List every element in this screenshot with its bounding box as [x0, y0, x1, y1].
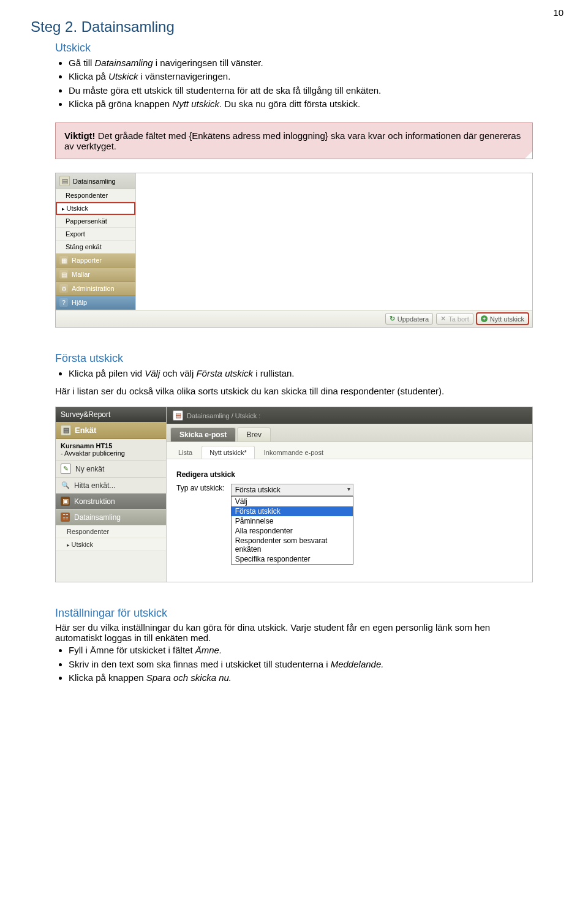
tab-brev[interactable]: Brev: [237, 427, 271, 442]
subtab-lista[interactable]: Lista: [170, 446, 200, 459]
screenshot-datainsamling-nav: ▤ Datainsamling Respondenter Utskick Pap…: [55, 173, 533, 328]
dd-specifika[interactable]: Specifika respondenter: [232, 554, 353, 564]
dd-paminnelse[interactable]: Påminnelse: [232, 516, 353, 526]
datainsamling[interactable]: ☷Datainsamling: [56, 509, 166, 525]
nytt-utskick-button[interactable]: +Nytt utskick: [477, 313, 529, 325]
section-installningar: Inställningar för utskick: [55, 607, 533, 620]
plus-icon: +: [481, 315, 488, 322]
dd-besvarat[interactable]: Respondenter som besvarat enkäten: [232, 536, 353, 554]
nav-stang[interactable]: Stäng enkät: [56, 241, 135, 254]
bullets-installningar: Fyll i Ämne för utskicket i fältet Ämne.…: [55, 644, 533, 684]
uppdatera-button[interactable]: ↻Uppdatera: [385, 313, 433, 325]
nav-head-datainsamling[interactable]: ▤ Datainsamling: [56, 173, 135, 189]
sub-utskick[interactable]: Utskick: [56, 538, 166, 551]
kursnamn-block: Kursnamn HT15 - Avvaktar publicering: [56, 439, 166, 460]
remove-icon: ✕: [440, 315, 446, 323]
form-title: Redigera utskick: [176, 470, 522, 479]
nav-export[interactable]: Export: [56, 228, 135, 241]
subtab-nytt[interactable]: Nytt utskick*: [202, 446, 255, 459]
hitta-enkat[interactable]: 🔍Hitta enkät...: [56, 478, 166, 494]
template-icon: ▤: [59, 270, 68, 279]
page-title: Steg 2. Datainsamling: [31, 18, 533, 36]
subtab-inkommande[interactable]: Inkommande e-post: [256, 446, 331, 459]
clipboard-icon: ▤: [61, 425, 71, 435]
nav-hjalp[interactable]: ?Hjälp: [56, 296, 135, 310]
screenshot-survey-report: Survey&Report ▤Enkät Kursnamn HT15 - Avv…: [55, 407, 533, 582]
typ-select[interactable]: Första utskick: [231, 484, 353, 496]
section-forsta-utskick: Första utskick: [55, 352, 533, 365]
breadcrumb-icon: ▤: [173, 410, 183, 421]
forsta-paragraph: Här i listan ser du också vilka olika so…: [55, 386, 533, 396]
cube-icon: ▣: [61, 497, 70, 506]
search-icon: 🔍: [61, 481, 70, 490]
dd-forsta[interactable]: Första utskick: [232, 506, 353, 516]
callout-lead: Viktigt!: [64, 130, 96, 141]
clipboard-icon: ▤: [59, 176, 70, 186]
bullets-utskick: Gå till Datainsamling i navigeringsen ti…: [55, 57, 533, 110]
report-icon: ▦: [59, 256, 68, 265]
bullets-forsta: Klicka på pilen vid Välj och välj Första…: [55, 367, 533, 380]
section-utskick: Utskick: [55, 42, 533, 54]
brand-label: Survey&Report: [56, 407, 166, 422]
nav-utskick[interactable]: Utskick: [56, 202, 135, 215]
ny-enkat[interactable]: ✎Ny enkät: [56, 460, 166, 478]
enkat-header[interactable]: ▤Enkät: [56, 422, 166, 439]
dd-valj[interactable]: Välj: [232, 497, 353, 506]
sub-respondenter[interactable]: Respondenter: [56, 525, 166, 538]
nav-pappersenkat[interactable]: Pappersenkät: [56, 215, 135, 228]
page-number: 10: [553, 7, 564, 18]
dd-alla[interactable]: Alla respondenter: [232, 526, 353, 536]
help-icon: ?: [59, 298, 68, 307]
people-icon: ☷: [61, 513, 70, 522]
nav-admin[interactable]: ⚙Administration: [56, 282, 135, 296]
konstruktion[interactable]: ▣Konstruktion: [56, 494, 166, 509]
gear-icon: ⚙: [59, 284, 68, 293]
tab-skicka-epost[interactable]: Skicka e-post: [170, 427, 236, 442]
form-label: Typ av utskick:: [176, 484, 225, 492]
tabort-button[interactable]: ✕Ta bort: [436, 313, 473, 325]
refresh-icon: ↻: [390, 315, 395, 323]
important-callout: Viktigt! Det gråade fältet med {Enkätens…: [55, 122, 533, 159]
breadcrumb: ▤ Datainsamling / Utskick :: [167, 407, 532, 424]
new-doc-icon: ✎: [61, 464, 71, 474]
nav-respondenter[interactable]: Respondenter: [56, 189, 135, 202]
installningar-paragraph: Här ser du vilka inställningar du kan gö…: [55, 622, 533, 643]
nav-rapporter[interactable]: ▦Rapporter: [56, 254, 135, 268]
typ-dropdown[interactable]: Välj Första utskick Påminnelse Alla resp…: [231, 496, 353, 565]
nav-mallar[interactable]: ▤Mallar: [56, 268, 135, 282]
